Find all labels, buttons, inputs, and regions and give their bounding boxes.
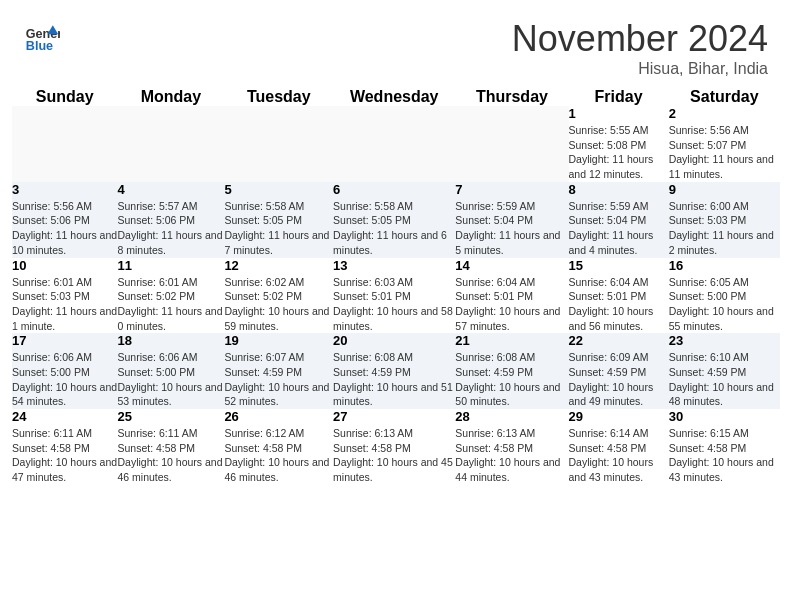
day-number: 15 bbox=[569, 258, 669, 273]
calendar-day-cell bbox=[224, 106, 333, 182]
calendar-day-cell bbox=[455, 106, 568, 182]
calendar-day-cell: 26Sunrise: 6:12 AM Sunset: 4:58 PM Dayli… bbox=[224, 409, 333, 485]
calendar-day-cell: 27Sunrise: 6:13 AM Sunset: 4:58 PM Dayli… bbox=[333, 409, 455, 485]
day-info: Sunrise: 6:01 AM Sunset: 5:02 PM Dayligh… bbox=[117, 275, 224, 334]
calendar-day-cell: 2Sunrise: 5:56 AM Sunset: 5:07 PM Daylig… bbox=[669, 106, 780, 182]
day-number: 3 bbox=[12, 182, 117, 197]
day-number: 13 bbox=[333, 258, 455, 273]
day-number: 22 bbox=[569, 333, 669, 348]
day-info: Sunrise: 6:14 AM Sunset: 4:58 PM Dayligh… bbox=[569, 426, 669, 485]
calendar-day-cell: 17Sunrise: 6:06 AM Sunset: 5:00 PM Dayli… bbox=[12, 333, 117, 409]
calendar-day-cell: 13Sunrise: 6:03 AM Sunset: 5:01 PM Dayli… bbox=[333, 258, 455, 334]
location: Hisua, Bihar, India bbox=[512, 60, 768, 78]
calendar-day-cell: 5Sunrise: 5:58 AM Sunset: 5:05 PM Daylig… bbox=[224, 182, 333, 258]
day-info: Sunrise: 5:59 AM Sunset: 5:04 PM Dayligh… bbox=[569, 199, 669, 258]
day-number: 6 bbox=[333, 182, 455, 197]
day-info: Sunrise: 5:57 AM Sunset: 5:06 PM Dayligh… bbox=[117, 199, 224, 258]
col-tuesday: Tuesday bbox=[224, 88, 333, 106]
calendar-day-cell: 7Sunrise: 5:59 AM Sunset: 5:04 PM Daylig… bbox=[455, 182, 568, 258]
day-info: Sunrise: 6:13 AM Sunset: 4:58 PM Dayligh… bbox=[333, 426, 455, 485]
calendar-day-cell: 21Sunrise: 6:08 AM Sunset: 4:59 PM Dayli… bbox=[455, 333, 568, 409]
day-number: 30 bbox=[669, 409, 780, 424]
day-number: 29 bbox=[569, 409, 669, 424]
day-number: 27 bbox=[333, 409, 455, 424]
day-number: 1 bbox=[569, 106, 669, 121]
calendar-week-row: 17Sunrise: 6:06 AM Sunset: 5:00 PM Dayli… bbox=[12, 333, 780, 409]
calendar-day-cell: 3Sunrise: 5:56 AM Sunset: 5:06 PM Daylig… bbox=[12, 182, 117, 258]
calendar-day-cell: 30Sunrise: 6:15 AM Sunset: 4:58 PM Dayli… bbox=[669, 409, 780, 485]
day-info: Sunrise: 6:12 AM Sunset: 4:58 PM Dayligh… bbox=[224, 426, 333, 485]
calendar-day-cell: 16Sunrise: 6:05 AM Sunset: 5:00 PM Dayli… bbox=[669, 258, 780, 334]
day-number: 2 bbox=[669, 106, 780, 121]
calendar-body: 1Sunrise: 5:55 AM Sunset: 5:08 PM Daylig… bbox=[12, 106, 780, 485]
day-info: Sunrise: 6:11 AM Sunset: 4:58 PM Dayligh… bbox=[117, 426, 224, 485]
day-info: Sunrise: 6:06 AM Sunset: 5:00 PM Dayligh… bbox=[117, 350, 224, 409]
calendar-day-cell: 28Sunrise: 6:13 AM Sunset: 4:58 PM Dayli… bbox=[455, 409, 568, 485]
day-info: Sunrise: 5:55 AM Sunset: 5:08 PM Dayligh… bbox=[569, 123, 669, 182]
calendar-day-cell: 12Sunrise: 6:02 AM Sunset: 5:02 PM Dayli… bbox=[224, 258, 333, 334]
day-number: 23 bbox=[669, 333, 780, 348]
day-number: 16 bbox=[669, 258, 780, 273]
day-info: Sunrise: 6:03 AM Sunset: 5:01 PM Dayligh… bbox=[333, 275, 455, 334]
col-saturday: Saturday bbox=[669, 88, 780, 106]
calendar-day-cell: 11Sunrise: 6:01 AM Sunset: 5:02 PM Dayli… bbox=[117, 258, 224, 334]
calendar-day-cell: 14Sunrise: 6:04 AM Sunset: 5:01 PM Dayli… bbox=[455, 258, 568, 334]
day-number: 14 bbox=[455, 258, 568, 273]
day-number: 20 bbox=[333, 333, 455, 348]
calendar-day-cell: 24Sunrise: 6:11 AM Sunset: 4:58 PM Dayli… bbox=[12, 409, 117, 485]
day-info: Sunrise: 5:56 AM Sunset: 5:06 PM Dayligh… bbox=[12, 199, 117, 258]
day-info: Sunrise: 6:13 AM Sunset: 4:58 PM Dayligh… bbox=[455, 426, 568, 485]
day-info: Sunrise: 5:58 AM Sunset: 5:05 PM Dayligh… bbox=[224, 199, 333, 258]
day-info: Sunrise: 6:08 AM Sunset: 4:59 PM Dayligh… bbox=[333, 350, 455, 409]
logo-icon: General Blue bbox=[24, 18, 60, 54]
calendar-day-cell: 20Sunrise: 6:08 AM Sunset: 4:59 PM Dayli… bbox=[333, 333, 455, 409]
calendar-day-cell bbox=[12, 106, 117, 182]
day-info: Sunrise: 5:59 AM Sunset: 5:04 PM Dayligh… bbox=[455, 199, 568, 258]
title-block: November 2024 Hisua, Bihar, India bbox=[512, 18, 768, 78]
logo: General Blue bbox=[24, 18, 64, 54]
day-info: Sunrise: 5:56 AM Sunset: 5:07 PM Dayligh… bbox=[669, 123, 780, 182]
calendar-week-row: 10Sunrise: 6:01 AM Sunset: 5:03 PM Dayli… bbox=[12, 258, 780, 334]
day-number: 17 bbox=[12, 333, 117, 348]
day-number: 24 bbox=[12, 409, 117, 424]
col-wednesday: Wednesday bbox=[333, 88, 455, 106]
calendar-day-cell: 15Sunrise: 6:04 AM Sunset: 5:01 PM Dayli… bbox=[569, 258, 669, 334]
day-number: 19 bbox=[224, 333, 333, 348]
calendar-day-cell: 19Sunrise: 6:07 AM Sunset: 4:59 PM Dayli… bbox=[224, 333, 333, 409]
day-number: 11 bbox=[117, 258, 224, 273]
day-info: Sunrise: 6:15 AM Sunset: 4:58 PM Dayligh… bbox=[669, 426, 780, 485]
calendar-day-cell bbox=[333, 106, 455, 182]
calendar-day-cell: 25Sunrise: 6:11 AM Sunset: 4:58 PM Dayli… bbox=[117, 409, 224, 485]
day-number: 18 bbox=[117, 333, 224, 348]
col-thursday: Thursday bbox=[455, 88, 568, 106]
day-number: 8 bbox=[569, 182, 669, 197]
day-info: Sunrise: 6:00 AM Sunset: 5:03 PM Dayligh… bbox=[669, 199, 780, 258]
calendar-day-cell: 4Sunrise: 5:57 AM Sunset: 5:06 PM Daylig… bbox=[117, 182, 224, 258]
day-number: 5 bbox=[224, 182, 333, 197]
col-friday: Friday bbox=[569, 88, 669, 106]
day-number: 10 bbox=[12, 258, 117, 273]
calendar-day-cell: 18Sunrise: 6:06 AM Sunset: 5:00 PM Dayli… bbox=[117, 333, 224, 409]
page-header: General Blue November 2024 Hisua, Bihar,… bbox=[0, 0, 792, 88]
calendar-day-cell: 1Sunrise: 5:55 AM Sunset: 5:08 PM Daylig… bbox=[569, 106, 669, 182]
col-monday: Monday bbox=[117, 88, 224, 106]
calendar-day-cell: 6Sunrise: 5:58 AM Sunset: 5:05 PM Daylig… bbox=[333, 182, 455, 258]
day-number: 7 bbox=[455, 182, 568, 197]
day-info: Sunrise: 6:08 AM Sunset: 4:59 PM Dayligh… bbox=[455, 350, 568, 409]
day-info: Sunrise: 6:02 AM Sunset: 5:02 PM Dayligh… bbox=[224, 275, 333, 334]
header-row: Sunday Monday Tuesday Wednesday Thursday… bbox=[12, 88, 780, 106]
day-number: 21 bbox=[455, 333, 568, 348]
svg-text:Blue: Blue bbox=[26, 39, 53, 53]
calendar-header: Sunday Monday Tuesday Wednesday Thursday… bbox=[12, 88, 780, 106]
calendar-day-cell: 10Sunrise: 6:01 AM Sunset: 5:03 PM Dayli… bbox=[12, 258, 117, 334]
calendar-day-cell: 9Sunrise: 6:00 AM Sunset: 5:03 PM Daylig… bbox=[669, 182, 780, 258]
day-number: 12 bbox=[224, 258, 333, 273]
calendar-table: Sunday Monday Tuesday Wednesday Thursday… bbox=[12, 88, 780, 485]
day-number: 28 bbox=[455, 409, 568, 424]
day-number: 9 bbox=[669, 182, 780, 197]
day-info: Sunrise: 6:01 AM Sunset: 5:03 PM Dayligh… bbox=[12, 275, 117, 334]
day-info: Sunrise: 6:07 AM Sunset: 4:59 PM Dayligh… bbox=[224, 350, 333, 409]
col-sunday: Sunday bbox=[12, 88, 117, 106]
calendar-day-cell: 8Sunrise: 5:59 AM Sunset: 5:04 PM Daylig… bbox=[569, 182, 669, 258]
day-info: Sunrise: 6:10 AM Sunset: 4:59 PM Dayligh… bbox=[669, 350, 780, 409]
